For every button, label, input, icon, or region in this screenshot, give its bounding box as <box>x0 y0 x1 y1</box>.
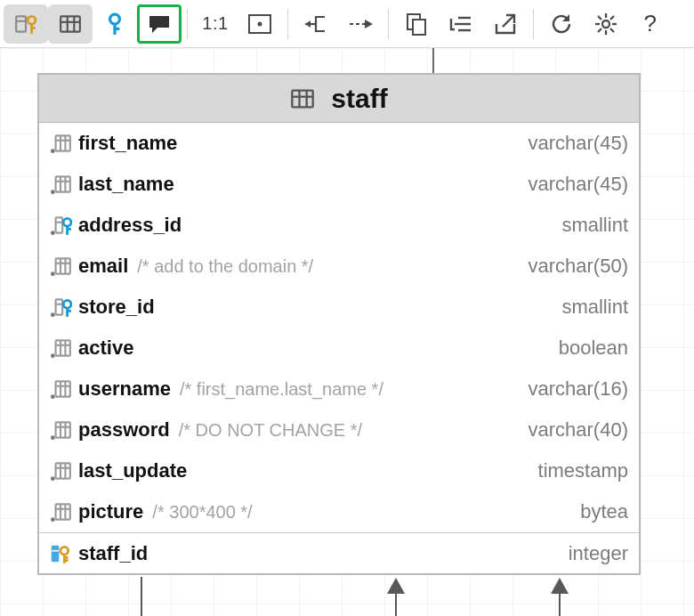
show-table-columns-button[interactable] <box>48 4 93 44</box>
relation-arrow-icon <box>551 578 569 594</box>
column-comment: /* DO NOT CHANGE */ <box>179 420 362 441</box>
svg-line-49 <box>610 16 614 20</box>
toolbar-separator <box>533 9 534 39</box>
svg-point-30 <box>258 21 262 26</box>
column-type: varchar(40) <box>529 418 628 442</box>
column-row[interactable]: address_idsmallint <box>39 205 639 246</box>
copy-button[interactable] <box>394 4 439 44</box>
column-name: last_update <box>78 459 187 482</box>
relation-arrow-icon <box>387 578 405 594</box>
column-type: varchar(45) <box>529 173 628 196</box>
column-type: varchar(16) <box>529 377 628 401</box>
export-button[interactable] <box>483 4 528 44</box>
zoom-actual-button[interactable]: 1:1 <box>193 4 238 44</box>
foreign-key-icon <box>48 213 73 238</box>
refresh-button[interactable] <box>539 4 584 44</box>
help-button[interactable]: ? <box>628 4 673 44</box>
question-icon: ? <box>644 10 658 37</box>
toolbar-separator <box>287 9 288 39</box>
svg-line-48 <box>610 28 614 32</box>
svg-marker-32 <box>305 20 311 28</box>
column-row[interactable]: password/* DO NOT CHANGE */varchar(40) <box>39 409 639 450</box>
relation-edge <box>141 577 142 616</box>
column-name: active <box>78 336 133 360</box>
svg-marker-34 <box>365 20 373 28</box>
column-icon <box>48 131 73 156</box>
column-name: password <box>78 418 170 442</box>
column-name: address_id <box>78 214 182 237</box>
zoom-label: 1:1 <box>202 13 228 34</box>
column-type: boolean <box>559 336 628 360</box>
column-name: staff_id <box>78 542 148 565</box>
column-type: bytea <box>580 500 628 523</box>
column-comment: /* first_name.last_name */ <box>180 379 383 400</box>
show-key-columns-button[interactable] <box>4 4 48 44</box>
relation-edge <box>559 593 561 616</box>
branch-relations-button[interactable] <box>294 4 338 44</box>
foreign-key-icon <box>48 295 73 320</box>
column-icon <box>48 377 73 401</box>
toolbar-separator <box>187 9 188 39</box>
svg-rect-21 <box>16 16 26 31</box>
toolbar-separator <box>388 9 389 39</box>
column-type: smallint <box>561 296 628 319</box>
svg-point-42 <box>602 20 609 28</box>
column-name: first_name <box>78 132 177 155</box>
column-row-pk[interactable]: staff_id integer <box>39 532 639 573</box>
fit-content-button[interactable] <box>238 4 282 44</box>
svg-point-23 <box>28 16 36 24</box>
toolbar: 1:1 <box>0 0 694 48</box>
column-row[interactable]: activeboolean <box>39 328 639 369</box>
column-name: last_name <box>78 173 174 196</box>
column-type: varchar(50) <box>529 255 628 278</box>
show-comments-button[interactable] <box>137 4 182 44</box>
primary-key-icon <box>48 541 73 566</box>
settings-button[interactable] <box>584 4 628 44</box>
svg-line-47 <box>598 16 601 20</box>
diagram-canvas[interactable]: staff first_namevarchar(45)last_namevarc… <box>0 48 694 616</box>
column-icon <box>48 458 73 483</box>
svg-rect-36 <box>413 20 425 35</box>
column-icon <box>48 417 73 442</box>
column-name: store_id <box>78 296 155 319</box>
column-icon <box>48 172 73 197</box>
column-type: varchar(45) <box>529 132 628 155</box>
column-row[interactable]: store_idsmallint <box>39 287 639 328</box>
table-icon <box>290 86 315 111</box>
column-list: first_namevarchar(45)last_namevarchar(45… <box>39 123 639 532</box>
column-icon <box>48 336 73 361</box>
layout-list-button[interactable] <box>439 4 483 44</box>
svg-line-40 <box>503 16 513 27</box>
column-icon <box>48 254 73 279</box>
table-staff[interactable]: staff first_namevarchar(45)last_namevarc… <box>37 73 641 575</box>
column-type: timestamp <box>538 459 628 482</box>
svg-point-26 <box>110 14 120 24</box>
column-comment: /* 300*400 */ <box>152 502 252 523</box>
column-icon <box>48 499 73 524</box>
column-type: smallint <box>561 214 628 237</box>
column-comment: /* add to the domain */ <box>137 256 313 277</box>
column-row[interactable]: first_namevarchar(45) <box>39 123 639 164</box>
relation-edge <box>395 593 397 616</box>
svg-line-50 <box>598 28 601 32</box>
column-row[interactable]: username/* first_name.last_name */varcha… <box>39 369 639 409</box>
relation-edge <box>432 48 434 73</box>
column-row[interactable]: last_updatetimestamp <box>39 450 639 491</box>
column-name: username <box>78 377 171 401</box>
column-row[interactable]: email/* add to the domain */varchar(50) <box>39 246 639 287</box>
table-title: staff <box>331 84 387 114</box>
table-header[interactable]: staff <box>39 75 639 123</box>
column-type: integer <box>569 542 628 565</box>
column-row[interactable]: last_namevarchar(45) <box>39 164 639 205</box>
column-name: picture <box>78 500 143 523</box>
show-foreign-keys-button[interactable] <box>93 4 137 44</box>
column-name: email <box>78 255 128 278</box>
column-row[interactable]: picture/* 300*400 */bytea <box>39 491 639 532</box>
relation-arrow-button[interactable] <box>338 4 383 44</box>
